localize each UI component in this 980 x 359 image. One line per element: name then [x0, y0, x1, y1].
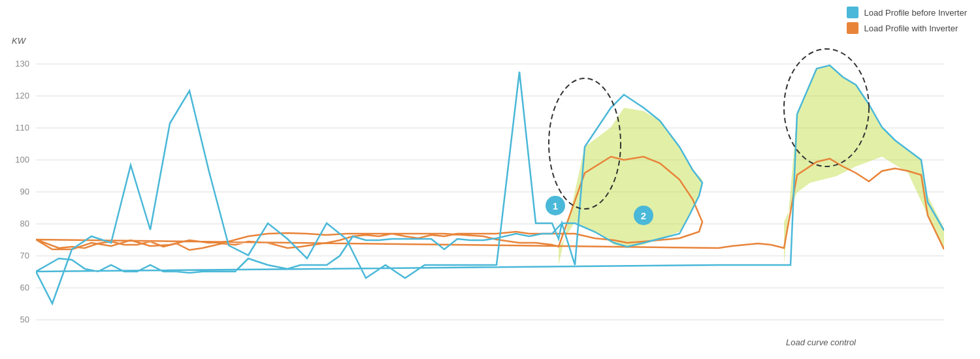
- badge-1: 1: [546, 196, 565, 215]
- x-axis-label: Load curve control: [786, 337, 856, 347]
- y-axis-label: KW: [12, 36, 25, 46]
- legend-color-1: [847, 7, 858, 18]
- svg-text:90: 90: [20, 187, 29, 196]
- svg-text:70: 70: [20, 251, 29, 260]
- legend-label-1: Load Profile before Inverter: [864, 8, 967, 18]
- badge-2: 2: [634, 206, 653, 225]
- svg-text:130: 130: [15, 59, 29, 69]
- legend-label-2: Load Profile with Inverter: [864, 23, 958, 33]
- svg-text:80: 80: [20, 219, 29, 228]
- legend-item-2: Load Profile with Inverter: [847, 22, 967, 34]
- svg-text:100: 100: [15, 155, 29, 164]
- chart-container: 50 60 70 80 90 100 110 120 130 Load Prof…: [0, 0, 980, 359]
- svg-text:110: 110: [15, 123, 29, 133]
- legend: Load Profile before Inverter Load Profil…: [847, 7, 967, 34]
- svg-text:60: 60: [20, 283, 29, 292]
- svg-text:50: 50: [20, 315, 29, 324]
- svg-marker-20: [784, 65, 944, 265]
- legend-color-2: [847, 22, 858, 34]
- svg-text:120: 120: [15, 91, 29, 101]
- legend-item-1: Load Profile before Inverter: [847, 7, 967, 18]
- main-chart: 50 60 70 80 90 100 110 120 130: [0, 0, 980, 359]
